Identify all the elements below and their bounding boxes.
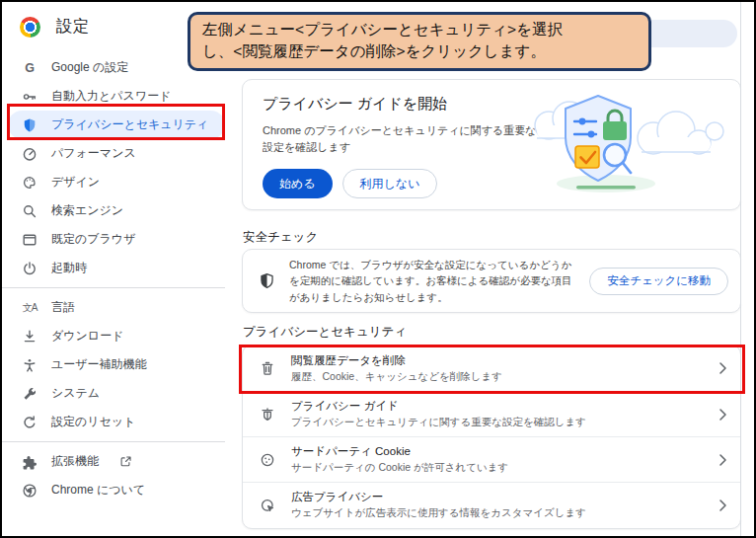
sidebar-item-privacy-security[interactable]: プライバシーとセキュリティ bbox=[8, 111, 225, 139]
google-g-icon: G bbox=[21, 60, 38, 76]
row-subtitle: 履歴、Cookie、キャッシュなどを削除します bbox=[291, 370, 719, 384]
sidebar-item-languages[interactable]: 文A 言語 bbox=[8, 293, 225, 322]
privacy-guide-icon bbox=[258, 407, 277, 423]
ads-privacy-icon bbox=[258, 498, 277, 513]
speedometer-icon bbox=[21, 146, 38, 162]
sidebar-divider bbox=[2, 441, 225, 442]
page-title: 設定 bbox=[56, 16, 90, 38]
translate-icon: 文A bbox=[21, 300, 38, 316]
browser-icon bbox=[21, 232, 38, 248]
safety-shield-icon bbox=[259, 272, 275, 289]
sidebar-item-label: プライバシーとセキュリティ bbox=[51, 116, 208, 133]
sidebar-item-default-browser[interactable]: 既定のブラウザ bbox=[8, 225, 225, 254]
wrench-icon bbox=[21, 386, 38, 402]
no-thanks-button[interactable]: 利用しない bbox=[342, 169, 438, 198]
safety-check-card: Chrome では、ブラウザが安全な設定になっているかどうかを定期的に確認してい… bbox=[242, 249, 741, 313]
privacy-guide-card: プライバシー ガイドを開始 Chrome のプライバシーとセキュリティに関する重… bbox=[242, 79, 741, 210]
sidebar-divider bbox=[2, 287, 225, 288]
go-to-safety-check-button[interactable]: 安全チェックに移動 bbox=[589, 268, 728, 295]
sidebar-item-label: ダウンロード bbox=[51, 328, 123, 345]
sidebar-item-label: デザイン bbox=[51, 174, 100, 191]
chrome-grey-icon bbox=[21, 483, 38, 499]
privacy-section-heading: プライバシーとセキュリティ bbox=[243, 324, 407, 341]
sidebar-item-performance[interactable]: パフォーマンス bbox=[8, 139, 225, 168]
sidebar-item-reset-settings[interactable]: 設定のリセット bbox=[8, 408, 225, 436]
sidebar-item-about-chrome[interactable]: Chrome について bbox=[8, 476, 225, 504]
sidebar-item-label: Google の設定 bbox=[51, 59, 128, 76]
chevron-right-icon bbox=[719, 409, 726, 421]
sidebar-item-system[interactable]: システム bbox=[8, 379, 225, 408]
row-subtitle: ウェブサイトが広告表示に使用する情報をカスタマイズします bbox=[291, 506, 719, 520]
privacy-guide-description: Chrome のプライバシーとセキュリティに関する重要な設定を確認します bbox=[263, 122, 541, 156]
start-button[interactable]: 始める bbox=[263, 169, 333, 198]
row-third-party-cookies[interactable]: サードパーティ Cookie サードパーティの Cookie が許可されています bbox=[243, 436, 740, 482]
callout-line-2: し、<閲覧履歴データの削除>をクリックします。 bbox=[202, 40, 637, 62]
settings-sidebar: 設定 G Google の設定 自動入力とパスワード プライバシーとセキュリティ bbox=[2, 2, 237, 536]
sidebar-item-label: 自動入力とパスワード bbox=[51, 88, 171, 105]
sidebar-item-extensions[interactable]: 拡張機能 bbox=[8, 447, 225, 476]
chrome-logo-icon bbox=[20, 17, 40, 38]
sidebar-item-search-engine[interactable]: 検索エンジン bbox=[8, 196, 225, 225]
sidebar-item-label: 検索エンジン bbox=[51, 202, 123, 219]
sidebar-item-label: 設定のリセット bbox=[51, 414, 135, 430]
sidebar-item-downloads[interactable]: ダウンロード bbox=[8, 322, 225, 350]
sidebar-item-label: ユーザー補助機能 bbox=[51, 356, 147, 373]
sidebar-item-label: Chrome について bbox=[51, 482, 145, 499]
row-title: 閲覧履歴データを削除 bbox=[291, 353, 719, 368]
chevron-right-icon bbox=[719, 362, 726, 374]
power-icon bbox=[21, 261, 38, 276]
accessibility-icon bbox=[21, 357, 38, 373]
sidebar-item-label: システム bbox=[51, 385, 100, 402]
privacy-guide-illustration bbox=[517, 86, 732, 204]
callout-line-1: 左側メニュー<プライバシーとセキュリティ>を選択 bbox=[202, 19, 637, 40]
sidebar-item-label: 既定のブラウザ bbox=[51, 231, 135, 248]
row-title: 広告プライバシー bbox=[291, 490, 719, 504]
sidebar-item-label: 拡張機能 bbox=[51, 453, 99, 470]
sidebar-item-on-startup[interactable]: 起動時 bbox=[8, 254, 225, 282]
key-icon bbox=[21, 89, 38, 105]
sidebar-item-label: 言語 bbox=[51, 299, 75, 316]
safety-check-heading: 安全チェック bbox=[243, 229, 318, 246]
row-subtitle: プライバシーとセキュリティに関する重要な設定を確認します bbox=[291, 416, 719, 429]
sidebar-nav: G Google の設定 自動入力とパスワード プライバシーとセキュリティ bbox=[2, 51, 237, 504]
safety-check-description: Chrome では、ブラウザが安全な設定になっているかどうかを定期的に確認してい… bbox=[289, 257, 579, 305]
sidebar-item-autofill[interactable]: 自動入力とパスワード bbox=[8, 82, 225, 111]
chevron-right-icon bbox=[719, 500, 726, 511]
privacy-settings-list: 閲覧履歴データを削除 履歴、Cookie、キャッシュなどを削除します プライバシ… bbox=[242, 345, 741, 529]
sidebar-item-label: 起動時 bbox=[51, 260, 87, 276]
search-icon bbox=[21, 203, 38, 219]
row-clear-browsing-data[interactable]: 閲覧履歴データを削除 履歴、Cookie、キャッシュなどを削除します bbox=[243, 346, 740, 391]
sidebar-item-accessibility[interactable]: ユーザー補助機能 bbox=[8, 350, 225, 379]
puzzle-icon bbox=[21, 454, 38, 470]
sidebar-item-label: パフォーマンス bbox=[51, 145, 136, 162]
reset-icon bbox=[21, 415, 38, 430]
external-link-icon bbox=[119, 455, 132, 468]
trash-icon bbox=[258, 360, 277, 376]
shield-icon bbox=[21, 117, 38, 133]
row-ad-privacy[interactable]: 広告プライバシー ウェブサイトが広告表示に使用する情報をカスタマイズします bbox=[243, 482, 740, 527]
cookie-icon bbox=[258, 452, 277, 468]
row-title: サードパーティ Cookie bbox=[291, 444, 719, 459]
row-title: プライバシー ガイド bbox=[291, 399, 719, 414]
instruction-callout: 左側メニュー<プライバシーとセキュリティ>を選択 し、<閲覧履歴データの削除>を… bbox=[188, 12, 651, 71]
palette-icon bbox=[21, 175, 38, 191]
download-icon bbox=[21, 329, 38, 345]
chevron-right-icon bbox=[719, 454, 726, 466]
row-privacy-guide[interactable]: プライバシー ガイド プライバシーとセキュリティに関する重要な設定を確認します bbox=[243, 391, 740, 436]
sidebar-item-appearance[interactable]: デザイン bbox=[8, 168, 225, 196]
row-subtitle: サードパーティの Cookie が許可されています bbox=[291, 461, 719, 475]
chrome-settings-window: 左側メニュー<プライバシーとセキュリティ>を選択 し、<閲覧履歴データの削除>を… bbox=[0, 0, 756, 538]
scrollbar-gutter bbox=[740, 2, 741, 536]
